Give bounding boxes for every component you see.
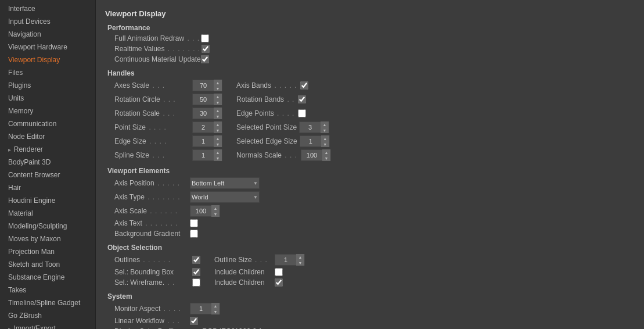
edge-size-input[interactable] [193, 138, 214, 145]
selected-point-size-input[interactable] [300, 124, 321, 131]
sel-bounding-box-checkbox[interactable] [192, 268, 200, 276]
selected-point-size-down[interactable]: ▼ [321, 127, 329, 133]
edge-size-up[interactable]: ▲ [214, 135, 222, 141]
axes-scale-up[interactable]: ▲ [214, 80, 222, 85]
selected-edge-size-spinbox[interactable]: ▲ ▼ [300, 135, 330, 147]
sidebar-item-plugins[interactable]: Plugins [0, 79, 95, 92]
edge-points-checkbox[interactable] [298, 109, 306, 117]
rotation-circle-input[interactable] [193, 96, 214, 103]
sidebar-item-go-zbrush[interactable]: Go ZBrush [0, 309, 95, 322]
sidebar-item-content-browser[interactable]: Content Browser [0, 169, 95, 181]
realtime-values-checkbox[interactable] [202, 45, 210, 53]
monitor-aspect-input[interactable] [190, 305, 211, 312]
sel-wireframe-row: Sel.: Wireframe. . . Include Children [105, 278, 635, 287]
sel-bounding-box-row: Sel.: Bounding Box Include Children [105, 268, 635, 276]
selected-point-size-spinbox[interactable]: ▲ ▼ [299, 121, 329, 133]
axis-type-select[interactable]: World Screen Camera [190, 191, 260, 203]
rotation-circle-spinbox[interactable]: ▲ ▼ [192, 94, 222, 105]
sidebar-item-viewport-hardware[interactable]: Viewport Hardware [0, 41, 95, 53]
axes-scale-down[interactable]: ▼ [214, 85, 222, 91]
sidebar-item-files[interactable]: Files [0, 66, 95, 79]
sidebar-item-substance-engine[interactable]: Substance Engine [0, 271, 95, 284]
sidebar-item-label: Communication [8, 120, 56, 128]
rotation-bands-checkbox[interactable] [298, 95, 306, 103]
axis-scale-spinbox[interactable]: ▲ ▼ [190, 205, 220, 217]
spline-size-input[interactable] [193, 152, 214, 159]
normals-scale-spinbox[interactable]: ▲ ▼ [301, 149, 331, 161]
sidebar-item-label: Takes [8, 286, 26, 294]
selected-edge-size-input[interactable] [300, 138, 321, 145]
edge-size-down[interactable]: ▼ [214, 141, 222, 147]
sidebar-item-sketch-and-toon[interactable]: Sketch and Toon [0, 258, 95, 271]
sidebar-item-communication[interactable]: Communication [0, 117, 95, 130]
axes-scale-input[interactable] [193, 82, 214, 89]
sidebar-item-material[interactable]: Material [0, 207, 95, 220]
include-children-2-checkbox[interactable] [275, 278, 283, 287]
sidebar-item-input-devices[interactable]: Input Devices [0, 15, 95, 28]
monitor-aspect-up[interactable]: ▲ [211, 303, 220, 309]
sidebar-item-timeline-spline-gadget[interactable]: Timeline/Spline Gadget [0, 296, 95, 309]
outlines-checkbox[interactable] [192, 256, 200, 264]
sidebar-item-units[interactable]: Units [0, 92, 95, 105]
point-size-down[interactable]: ▼ [214, 127, 222, 133]
rotation-scale-spinbox[interactable]: ▲ ▼ [192, 108, 222, 119]
rotation-circle-down[interactable]: ▼ [214, 99, 222, 105]
sidebar-item-bodypaint-3d[interactable]: BodyPaint 3D [0, 156, 95, 169]
sidebar-item-moves-by-maxon[interactable]: Moves by Maxon [0, 233, 95, 245]
axis-scale-input[interactable] [190, 208, 211, 214]
normals-scale-down[interactable]: ▼ [322, 155, 330, 161]
sidebar-item-renderer[interactable]: ▸ Renderer [0, 143, 95, 156]
spline-size-spinbox[interactable]: ▲ ▼ [192, 149, 222, 161]
axis-bands-checkbox[interactable] [300, 81, 308, 90]
sidebar-item-interface[interactable]: Interface [0, 2, 95, 15]
sidebar-item-hair[interactable]: Hair [0, 181, 95, 194]
outline-size-spinbox[interactable]: ▲ ▼ [275, 254, 305, 266]
sidebar-item-houdini-engine[interactable]: Houdini Engine [0, 194, 95, 207]
edge-size-spinbox[interactable]: ▲ ▼ [192, 135, 222, 147]
monitor-aspect-spinbox[interactable]: ▲ ▼ [190, 303, 220, 314]
selected-edge-size-up[interactable]: ▲ [321, 135, 329, 141]
spline-size-down[interactable]: ▼ [214, 155, 222, 161]
spline-size-up[interactable]: ▲ [214, 149, 222, 155]
sidebar-item-takes[interactable]: Takes [0, 284, 95, 296]
full-animation-redraw-checkbox[interactable] [201, 34, 209, 42]
sidebar-item-memory[interactable]: Memory [0, 105, 95, 117]
sidebar-item-projection-man[interactable]: Projection Man [0, 245, 95, 258]
outline-size-input[interactable] [275, 256, 296, 263]
selected-point-size-up[interactable]: ▲ [321, 121, 329, 127]
rotation-scale-up[interactable]: ▲ [214, 108, 222, 113]
normals-scale-input[interactable] [301, 152, 322, 159]
axis-scale-up[interactable]: ▲ [211, 205, 220, 211]
rotation-circle-up[interactable]: ▲ [214, 94, 222, 99]
sidebar-item-viewport-display[interactable]: Viewport Display [0, 53, 95, 66]
continuous-material-update-checkbox[interactable] [201, 55, 209, 63]
outline-size-up[interactable]: ▲ [296, 254, 304, 260]
sidebar-item-modeling-sculpting[interactable]: Modeling/Sculpting [0, 220, 95, 233]
linear-workflow-checkbox[interactable] [190, 317, 198, 325]
selected-edge-size-down[interactable]: ▼ [321, 141, 329, 147]
object-selection-section-title: Object Selection [105, 244, 635, 252]
point-size-spinbox[interactable]: ▲ ▼ [192, 121, 222, 133]
axes-scale-spinbox[interactable]: ▲ ▼ [192, 80, 222, 91]
edge-size-row: Edge Size . . . . ▲ ▼ Selected Edge Size… [105, 135, 635, 147]
sidebar-item-navigation[interactable]: Navigation [0, 28, 95, 41]
rotation-scale-input[interactable] [193, 110, 214, 117]
sidebar-item-label: Viewport Display [8, 56, 60, 64]
sel-wireframe-checkbox[interactable] [192, 278, 200, 287]
monitor-aspect-label: Monitor Aspect . . . . [114, 305, 190, 313]
axis-text-checkbox[interactable] [190, 219, 198, 227]
point-size-input[interactable] [193, 124, 214, 131]
axis-position-select[interactable]: Bottom Left Top Left Top Right Bottom Ri… [190, 177, 260, 189]
sidebar-item-node-editor[interactable]: Node Editor [0, 130, 95, 143]
outline-size-down[interactable]: ▼ [296, 260, 304, 266]
point-size-up[interactable]: ▲ [214, 121, 222, 127]
include-children-1-checkbox[interactable] [275, 268, 283, 276]
sidebar-item-import-export[interactable]: ▸ Import/Export [0, 322, 95, 329]
monitor-aspect-down[interactable]: ▼ [211, 309, 220, 314]
include-children-1-label: Include Children [214, 268, 272, 276]
background-gradient-checkbox[interactable] [190, 230, 198, 238]
sidebar-item-label: Moves by Maxon [8, 235, 61, 243]
axis-scale-down[interactable]: ▼ [211, 211, 220, 217]
rotation-scale-down[interactable]: ▼ [214, 113, 222, 119]
normals-scale-up[interactable]: ▲ [322, 149, 330, 155]
